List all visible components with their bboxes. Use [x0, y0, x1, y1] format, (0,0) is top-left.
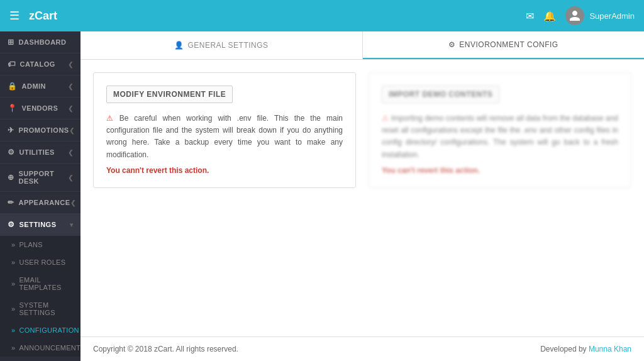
support-icon: ⊕: [8, 173, 14, 182]
demo-contents-card: IMPORT DEMO CONTENTS ⚠Importing demo con…: [369, 72, 631, 188]
env-warning-text: ⚠Be careful when working with .env file.…: [106, 113, 343, 161]
demo-warning-icon: ⚠: [382, 114, 389, 123]
sidebar-label-catalog: CATALOG: [20, 60, 55, 68]
general-settings-label: GENERAL SETTINGS: [187, 41, 268, 50]
warning-triangle-icon: ⚠: [106, 114, 117, 123]
rights-text: All rights reserved.: [176, 345, 238, 353]
vendors-icon: 📍: [8, 104, 18, 113]
main-content: 👤 GENERAL SETTINGS ⚙ ENVIORONMENT CONFIG…: [80, 31, 644, 361]
sidebar-item-promotions[interactable]: ✈ PROMOTIONS ❮: [0, 119, 80, 142]
user-roles-label: USER ROLES: [19, 258, 65, 266]
sidebar-sub-configuration[interactable]: CONFIGURATION: [0, 321, 80, 339]
layout: ⊞ DASHBOARD 🏷 CATALOG ❮ 🔒 ADMIN ❮ 📍 VEND…: [0, 31, 644, 361]
appearance-arrow-icon: ❮: [70, 199, 76, 206]
sidebar-item-vendors[interactable]: 📍 VENDORS ❮: [0, 97, 80, 119]
settings-arrow-icon: ▾: [70, 221, 74, 228]
tab-general-settings[interactable]: 👤 GENERAL SETTINGS: [80, 31, 363, 59]
tab-content: MODIFY ENVIRONMENT FILE ⚠Be careful when…: [80, 60, 644, 336]
sidebar-label-appearance: APPEARANCE: [19, 199, 70, 206]
sidebar-sub-plans[interactable]: PLANS: [0, 236, 80, 253]
developer-link[interactable]: Munna Khan: [589, 345, 631, 353]
configuration-label: CONFIGURATION: [19, 326, 79, 334]
footer-right: Developed by Munna Khan: [540, 345, 631, 353]
developed-by-text: Developed by: [540, 345, 586, 353]
bell-icon[interactable]: 🔔: [543, 10, 556, 22]
plans-label: PLANS: [19, 241, 43, 248]
admin-icon: 🔒: [8, 82, 18, 91]
sidebar-sub-user-roles[interactable]: USER ROLES: [0, 253, 80, 271]
hamburger-icon[interactable]: ☰: [9, 9, 19, 23]
settings-icon: ⚙: [8, 220, 15, 229]
sidebar-label-admin: ADMIN: [22, 82, 47, 90]
catalog-icon: 🏷: [8, 60, 16, 69]
sidebar-label-utilities: UTILITIES: [19, 148, 55, 156]
footer-left: Copyright © 2018 zCart. All rights reser…: [93, 345, 238, 353]
support-arrow-icon: ❮: [68, 174, 74, 181]
navbar-left: ☰ zCart: [9, 9, 57, 23]
sidebar-item-dashboard[interactable]: ⊞ DASHBOARD: [0, 31, 80, 53]
sidebar-label-dashboard: DASHBOARD: [19, 38, 67, 46]
vendors-arrow-icon: ❮: [68, 105, 74, 112]
brand-logo: zCart: [29, 9, 57, 23]
sidebar-item-settings[interactable]: ⚙ SETTINGS ▾: [0, 214, 80, 236]
username-label: SuperAdmin: [589, 11, 635, 21]
general-settings-icon: 👤: [174, 41, 184, 50]
sidebar-sub-announcements[interactable]: ANNOUNCEMENTS: [0, 339, 80, 357]
sidebar-label-settings: SETTINGS: [19, 221, 57, 228]
email-templates-label: EMAIL TEMPLATES: [19, 276, 73, 291]
navbar-right: ✉ 🔔 SuperAdmin: [526, 6, 635, 25]
sidebar-item-utilities[interactable]: ⚙ UTILITIES ❮: [0, 142, 80, 164]
navbar: ☰ zCart ✉ 🔔 SuperAdmin: [0, 0, 644, 31]
avatar: [565, 6, 584, 25]
promotions-icon: ✈: [8, 126, 14, 135]
utilities-arrow-icon: ❮: [68, 149, 74, 156]
settings-submenu: PLANS USER ROLES EMAIL TEMPLATES SYSTEM …: [0, 236, 80, 357]
sidebar-sub-email-templates[interactable]: EMAIL TEMPLATES: [0, 271, 80, 296]
env-file-card: MODIFY ENVIRONMENT FILE ⚠Be careful when…: [93, 72, 356, 188]
footer: Copyright © 2018 zCart. All rights reser…: [80, 336, 644, 361]
sidebar: ⊞ DASHBOARD 🏷 CATALOG ❮ 🔒 ADMIN ❮ 📍 VEND…: [0, 31, 80, 361]
tab-environment-config[interactable]: ⚙ ENVIORONMENT CONFIG: [363, 31, 645, 59]
utilities-icon: ⚙: [8, 148, 15, 157]
cards-row: MODIFY ENVIRONMENT FILE ⚠Be careful when…: [93, 72, 631, 188]
catalog-arrow-icon: ❮: [68, 61, 74, 68]
sidebar-item-reports[interactable]: 📋 REPORTS ❮: [0, 357, 80, 361]
sidebar-item-appearance[interactable]: ✏ APPEARANCE ❮: [0, 192, 80, 214]
copyright-text: Copyright © 2018 zCart.: [93, 345, 174, 353]
sidebar-label-support: SUPPORT DESK: [19, 170, 68, 185]
env-card-title: MODIFY ENVIRONMENT FILE: [106, 86, 233, 103]
env-danger-text: You cann't revert this action.: [106, 166, 343, 175]
sidebar-label-promotions: PROMOTIONS: [19, 126, 69, 134]
sidebar-label-vendors: VENDORS: [22, 104, 58, 112]
dashboard-icon: ⊞: [8, 38, 14, 47]
demo-card-title: IMPORT DEMO CONTENTS: [382, 86, 499, 103]
appearance-icon: ✏: [8, 198, 14, 207]
env-config-label: ENVIORONMENT CONFIG: [459, 40, 558, 49]
demo-danger-text: You can't revert this action.: [382, 166, 618, 175]
system-settings-label: SYSTEM SETTINGS: [19, 301, 73, 316]
admin-arrow-icon: ❮: [68, 83, 74, 90]
tab-bar: 👤 GENERAL SETTINGS ⚙ ENVIORONMENT CONFIG: [80, 31, 644, 60]
sidebar-item-admin[interactable]: 🔒 ADMIN ❮: [0, 75, 80, 97]
user-area[interactable]: SuperAdmin: [565, 6, 635, 25]
env-config-icon: ⚙: [448, 40, 456, 49]
sidebar-sub-system-settings[interactable]: SYSTEM SETTINGS: [0, 296, 80, 321]
sidebar-item-catalog[interactable]: 🏷 CATALOG ❮: [0, 53, 80, 75]
announcements-label: ANNOUNCEMENTS: [19, 344, 80, 352]
sidebar-item-support-desk[interactable]: ⊕ SUPPORT DESK ❮: [0, 164, 80, 192]
demo-warning-text: ⚠Importing demo contents will remove all…: [382, 113, 618, 161]
promotions-arrow-icon: ❮: [69, 127, 75, 134]
mail-icon[interactable]: ✉: [526, 10, 534, 22]
